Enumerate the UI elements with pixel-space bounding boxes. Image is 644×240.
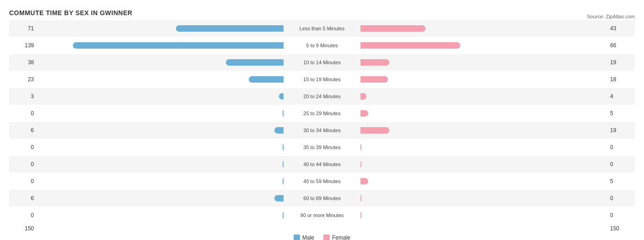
male-bar <box>176 25 284 32</box>
bar-row: 45 to 59 Minutes <box>38 178 606 184</box>
male-value: 71 <box>9 25 37 32</box>
female-value: 0 <box>607 161 635 167</box>
female-bar-container <box>360 110 606 117</box>
male-value: 0 <box>9 144 37 151</box>
bars-section: 40 to 44 Minutes <box>37 161 607 167</box>
male-bar <box>283 212 284 218</box>
male-value: 6 <box>9 195 37 201</box>
bars-section: 45 to 59 Minutes <box>37 178 607 184</box>
male-bar-container <box>38 161 284 167</box>
male-bar-container <box>38 127 284 134</box>
bars-section: 15 to 19 Minutes <box>37 76 607 83</box>
bars-section: 25 to 29 Minutes <box>37 110 607 117</box>
female-value: 66 <box>607 42 635 49</box>
male-bar-container <box>38 59 284 66</box>
legend-male-label: Male <box>302 234 314 240</box>
bars-section: 90 or more Minutes <box>37 212 607 218</box>
female-bar-container <box>360 212 606 218</box>
chart-row: 320 to 24 Minutes4 <box>9 88 635 105</box>
female-bar <box>360 178 368 184</box>
female-bar-container <box>360 195 606 201</box>
male-bar-container <box>38 195 284 201</box>
chart-row: 090 or more Minutes0 <box>9 207 635 223</box>
bar-row: 60 to 89 Minutes <box>38 195 606 201</box>
female-value: 5 <box>607 178 635 184</box>
female-value: 18 <box>607 76 635 83</box>
female-bar-container <box>360 76 606 83</box>
female-bar-container <box>360 93 606 100</box>
legend-female-box <box>323 234 330 240</box>
legend-male-box <box>294 234 300 240</box>
chart-title: COMMUTE TIME BY SEX IN GWINNER <box>9 9 635 17</box>
male-bar <box>283 144 284 151</box>
bar-row: 30 to 34 Minutes <box>38 127 606 134</box>
row-label: 60 to 89 Minutes <box>285 195 359 201</box>
male-bar-container <box>38 178 284 184</box>
male-bar <box>226 59 284 66</box>
male-bar <box>73 42 284 49</box>
axis-row: 150 150 <box>9 225 635 232</box>
female-value: 43 <box>607 25 635 32</box>
male-bar-container <box>38 212 284 218</box>
female-bar-container <box>360 25 606 32</box>
male-value: 0 <box>9 178 37 184</box>
chart-container: COMMUTE TIME BY SEX IN GWINNER Source: Z… <box>9 5 635 240</box>
bar-row: Less than 5 Minutes <box>38 25 606 32</box>
axis-left: 150 <box>9 225 37 232</box>
legend-male: Male <box>294 234 314 240</box>
row-label: 40 to 44 Minutes <box>285 162 359 167</box>
axis-right: 150 <box>607 225 635 232</box>
female-bar <box>360 25 426 32</box>
chart-row: 040 to 44 Minutes0 <box>9 156 635 173</box>
bars-section: 5 to 9 Minutes <box>37 42 607 49</box>
female-bar <box>360 144 361 151</box>
male-value: 3 <box>9 93 37 100</box>
female-bar <box>360 212 361 218</box>
male-value: 6 <box>9 127 37 134</box>
row-label: 15 to 19 Minutes <box>285 77 359 82</box>
male-value: 0 <box>9 161 37 167</box>
male-value: 0 <box>9 212 37 218</box>
bar-row: 15 to 19 Minutes <box>38 76 606 83</box>
male-bar-container <box>38 93 284 100</box>
bar-row: 90 or more Minutes <box>38 212 606 218</box>
male-value: 23 <box>9 76 37 83</box>
female-bar <box>360 195 361 201</box>
male-bar-container <box>38 25 284 32</box>
chart-row: 1395 to 9 Minutes66 <box>9 37 635 54</box>
chart-row: 630 to 34 Minutes19 <box>9 122 635 139</box>
female-value: 5 <box>607 110 635 117</box>
bars-section: Less than 5 Minutes <box>37 25 607 32</box>
female-bar-container <box>360 59 606 66</box>
chart-row: 045 to 59 Minutes5 <box>9 173 635 190</box>
female-value: 19 <box>607 59 635 66</box>
row-label: 20 to 24 Minutes <box>285 94 359 99</box>
bars-section: 35 to 39 Minutes <box>37 144 607 151</box>
legend: Male Female <box>9 234 635 240</box>
female-value: 0 <box>607 212 635 218</box>
female-bar-container <box>360 127 606 134</box>
chart-row: 71Less than 5 Minutes43 <box>9 20 635 37</box>
chart-area: 71Less than 5 Minutes431395 to 9 Minutes… <box>9 20 635 223</box>
chart-row: 035 to 39 Minutes0 <box>9 139 635 156</box>
bar-row: 35 to 39 Minutes <box>38 144 606 151</box>
bar-row: 5 to 9 Minutes <box>38 42 606 49</box>
male-value: 38 <box>9 59 37 66</box>
row-label: Less than 5 Minutes <box>285 26 359 31</box>
row-label: 35 to 39 Minutes <box>285 145 359 150</box>
male-value: 0 <box>9 110 37 117</box>
male-bar <box>274 127 284 134</box>
female-value: 4 <box>607 93 635 100</box>
female-value: 0 <box>607 195 635 201</box>
female-value: 19 <box>607 127 635 134</box>
female-bar-container <box>360 42 606 49</box>
female-bar-container <box>360 178 606 184</box>
bars-section: 10 to 14 Minutes <box>37 59 607 66</box>
row-label: 25 to 29 Minutes <box>285 111 359 116</box>
bars-section: 30 to 34 Minutes <box>37 127 607 134</box>
row-label: 10 to 14 Minutes <box>285 60 359 65</box>
bar-row: 10 to 14 Minutes <box>38 59 606 66</box>
chart-row: 2315 to 19 Minutes18 <box>9 71 635 88</box>
bar-row: 20 to 24 Minutes <box>38 93 606 100</box>
chart-row: 025 to 29 Minutes5 <box>9 105 635 122</box>
